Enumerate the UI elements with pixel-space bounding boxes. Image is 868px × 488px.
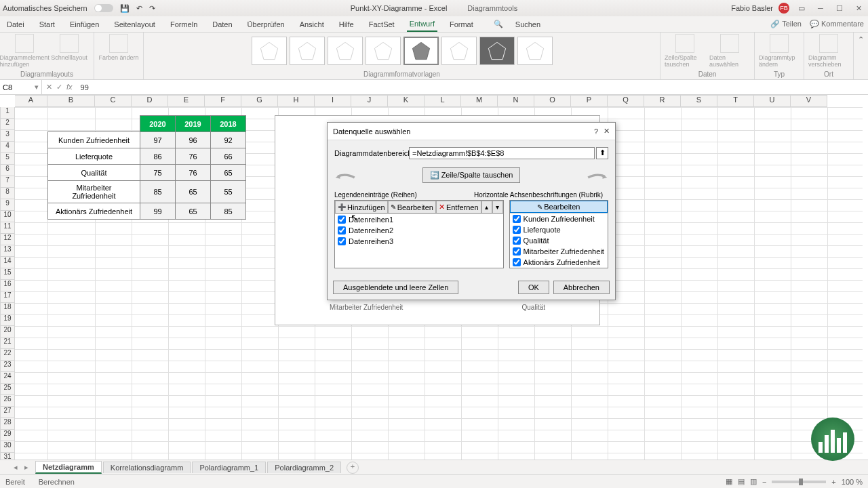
col-header[interactable]: 2020 (140, 116, 176, 132)
column-header[interactable]: O (534, 95, 571, 107)
help-icon[interactable]: ? (594, 127, 598, 136)
tab-daten[interactable]: Daten (210, 18, 235, 31)
edit-categories-button[interactable]: ✎Bearbeiten (510, 201, 608, 213)
row-header[interactable]: 14 (0, 257, 15, 268)
style-5[interactable] (403, 37, 439, 65)
tab-factset[interactable]: FactSet (366, 18, 397, 31)
column-header[interactable]: L (425, 95, 461, 107)
row-label[interactable]: Kunden Zufriedenheit (48, 132, 140, 148)
switch-row-col-button[interactable]: 🔄 Zeile/Spalte tauschen (422, 167, 521, 183)
row-header[interactable]: 3 (0, 130, 15, 142)
tab-ansicht[interactable]: Ansicht (297, 18, 327, 31)
maximize-icon[interactable]: ☐ (833, 4, 846, 13)
category-item[interactable]: Lieferquote (510, 224, 608, 235)
row-header[interactable]: 2 (0, 119, 15, 130)
tab-seitenlayout[interactable]: Seitenlayout (111, 18, 158, 31)
style-6[interactable] (441, 37, 477, 65)
row-header[interactable]: 5 (0, 153, 15, 165)
series-item[interactable]: Datenreihen3 (335, 236, 503, 247)
ok-button[interactable]: OK (518, 281, 549, 294)
undo-icon[interactable]: ↶ (136, 4, 142, 13)
move-down-icon[interactable]: ▾ (492, 201, 503, 214)
switch-row-col-button[interactable]: Zeile/Spalte tauschen (665, 34, 705, 68)
column-header[interactable]: K (388, 95, 425, 107)
row-header[interactable]: 21 (0, 338, 15, 349)
quick-layout-button[interactable]: Schnelllayout (49, 34, 90, 68)
row-header[interactable]: 17 (0, 291, 15, 303)
column-header[interactable]: R (644, 95, 681, 107)
chart-styles-gallery[interactable] (249, 34, 555, 68)
column-header[interactable]: P (571, 95, 608, 107)
zoom-level[interactable]: 100 % (842, 478, 863, 486)
category-item[interactable]: Kunden Zufriedenheit (510, 214, 608, 224)
cancel-button[interactable]: Abbrechen (553, 281, 610, 294)
col-header[interactable]: 2019 (176, 116, 211, 132)
add-sheet-button[interactable]: + (347, 462, 359, 474)
column-header[interactable]: I (315, 95, 351, 107)
sheet-nav-prev-icon[interactable]: ◂ (14, 463, 18, 472)
autosave-toggle[interactable] (94, 4, 113, 12)
column-header[interactable]: U (754, 95, 791, 107)
style-2[interactable] (290, 37, 325, 65)
row-header[interactable]: 28 (0, 418, 15, 430)
column-header[interactable]: B (47, 95, 95, 107)
redo-icon[interactable]: ↷ (149, 4, 155, 13)
tab-einfuegen[interactable]: Einfügen (67, 18, 102, 31)
category-item[interactable]: Mitarbeiter Zufriedenheit (510, 246, 608, 257)
sheet-tab[interactable]: Netzdiagramm (35, 461, 102, 474)
search-label[interactable]: Suchen (513, 18, 543, 31)
enter-formula-icon[interactable]: ✓ (56, 83, 62, 92)
row-header[interactable]: 11 (0, 222, 15, 234)
row-header[interactable]: 15 (0, 268, 15, 280)
hidden-cells-button[interactable]: Ausgeblendete und leere Zellen (333, 281, 458, 294)
close-dialog-icon[interactable]: ✕ (604, 127, 610, 136)
fx-icon[interactable]: fx (66, 83, 73, 92)
select-data-button[interactable]: Daten auswählen (709, 34, 750, 68)
sheet-tab[interactable]: Polardiagramm_1 (192, 462, 266, 473)
view-page-layout-icon[interactable]: ▤ (738, 477, 745, 486)
collapse-ribbon-icon[interactable]: ⌃ (854, 33, 868, 79)
share-button[interactable]: 🔗 Teilen (770, 20, 802, 28)
row-header[interactable]: 19 (0, 314, 15, 326)
row-header[interactable]: 29 (0, 430, 15, 441)
category-item[interactable]: Aktionärs Zufriedenheit (510, 257, 608, 268)
style-7[interactable] (479, 37, 515, 65)
style-3[interactable] (328, 37, 363, 65)
series-item[interactable]: Datenreihen1 (335, 214, 503, 225)
column-header[interactable]: J (351, 95, 388, 107)
row-header[interactable]: 23 (0, 361, 15, 372)
view-page-break-icon[interactable]: ▥ (750, 477, 757, 486)
sheet-nav-next-icon[interactable]: ▸ (24, 463, 28, 472)
column-header[interactable]: M (461, 95, 498, 107)
tab-entwurf[interactable]: Entwurf (407, 17, 437, 32)
close-icon[interactable]: ✕ (852, 4, 865, 13)
user-avatar[interactable]: FB (778, 3, 789, 14)
minimize-icon[interactable]: ─ (814, 4, 827, 12)
row-header[interactable]: 18 (0, 303, 15, 314)
column-header[interactable]: S (681, 95, 717, 107)
view-normal-icon[interactable]: ▦ (726, 477, 732, 486)
row-header[interactable]: 6 (0, 165, 15, 176)
row-header[interactable]: 9 (0, 199, 15, 211)
row-header[interactable]: 27 (0, 407, 15, 418)
column-header[interactable]: V (791, 95, 827, 107)
row-header[interactable]: 26 (0, 395, 15, 407)
column-header[interactable]: H (278, 95, 315, 107)
zoom-slider[interactable] (772, 481, 826, 483)
name-box[interactable]: C8▾ (0, 80, 42, 94)
column-header[interactable]: E (168, 95, 205, 107)
column-header[interactable]: C (95, 95, 132, 107)
cancel-formula-icon[interactable]: ✕ (46, 83, 52, 92)
row-header[interactable]: 4 (0, 142, 15, 153)
row-header[interactable]: 13 (0, 245, 15, 257)
edit-series-button[interactable]: ✎Bearbeiten (388, 201, 436, 214)
row-header[interactable]: 7 (0, 176, 15, 188)
column-header[interactable]: N (498, 95, 534, 107)
column-header[interactable]: T (717, 95, 754, 107)
col-header[interactable]: 2018 (211, 116, 246, 132)
collapse-range-icon[interactable]: ⬆ (596, 147, 608, 159)
formula-input[interactable]: 99 (77, 83, 93, 92)
tab-formeln[interactable]: Formeln (167, 18, 200, 31)
add-chart-element-button[interactable]: Diagrammelement hinzufügen (4, 34, 45, 68)
zoom-in-icon[interactable]: + (831, 478, 835, 486)
